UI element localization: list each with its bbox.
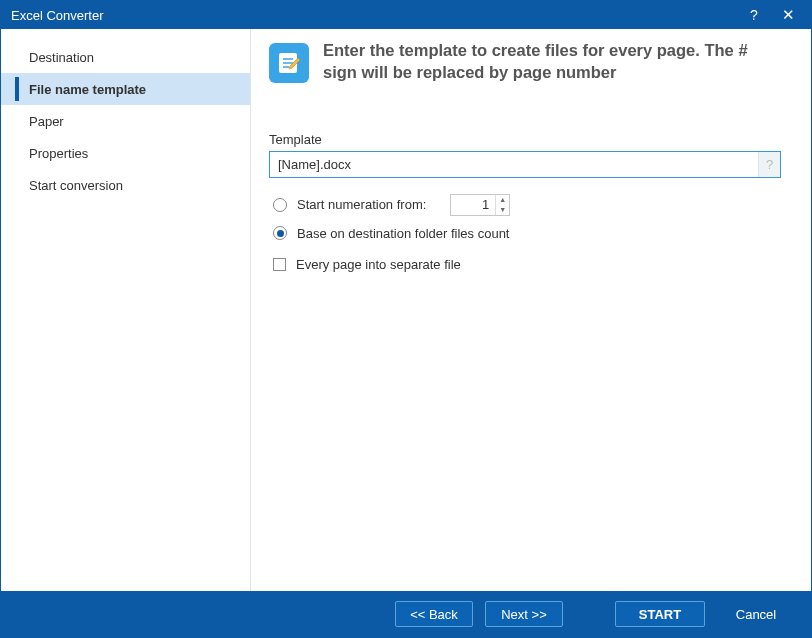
footer: << Back Next >> START Cancel <box>1 591 811 637</box>
page-heading: Enter the template to create files for e… <box>323 39 781 84</box>
question-icon: ? <box>766 157 773 172</box>
sidebar-item-label: Properties <box>29 146 88 161</box>
edit-icon <box>269 43 309 83</box>
sidebar-item-paper[interactable]: Paper <box>1 105 250 137</box>
template-hint-button[interactable]: ? <box>758 152 780 177</box>
sidebar-item-label: Paper <box>29 114 64 129</box>
button-label: << Back <box>410 607 458 622</box>
help-button[interactable]: ? <box>737 1 771 29</box>
button-label: Next >> <box>501 607 547 622</box>
next-button[interactable]: Next >> <box>485 601 563 627</box>
start-button[interactable]: START <box>615 601 705 627</box>
window: Excel Converter ? ✕ Destination File nam… <box>0 0 812 638</box>
close-icon: ✕ <box>782 6 795 24</box>
button-label: Cancel <box>736 607 776 622</box>
numeration-value: 1 <box>451 197 495 212</box>
option-base-folder[interactable]: Base on destination folder files count <box>273 226 781 241</box>
checkbox-unchecked-icon <box>273 258 286 271</box>
stepper-arrows: ▲ ▼ <box>495 195 509 215</box>
sidebar-item-start-conversion[interactable]: Start conversion <box>1 169 250 201</box>
back-button[interactable]: << Back <box>395 601 473 627</box>
option-label: Every page into separate file <box>296 257 461 272</box>
sidebar-item-label: Start conversion <box>29 178 123 193</box>
cancel-button[interactable]: Cancel <box>717 601 795 627</box>
body: Destination File name template Paper Pro… <box>1 29 811 591</box>
template-input-group: ? <box>269 151 781 178</box>
help-icon: ? <box>750 7 758 23</box>
option-label: Base on destination folder files count <box>297 226 509 241</box>
sidebar-item-properties[interactable]: Properties <box>1 137 250 169</box>
sidebar-item-file-name-template[interactable]: File name template <box>1 73 250 105</box>
chevron-up-icon[interactable]: ▲ <box>496 195 509 205</box>
template-label: Template <box>269 132 781 147</box>
option-start-numeration[interactable]: Start numeration from: 1 ▲ ▼ <box>273 194 781 216</box>
titlebar: Excel Converter ? ✕ <box>1 1 811 29</box>
radio-checked-icon <box>273 226 287 240</box>
sidebar-item-label: Destination <box>29 50 94 65</box>
sidebar: Destination File name template Paper Pro… <box>1 29 251 591</box>
close-button[interactable]: ✕ <box>771 1 805 29</box>
main-panel: Enter the template to create files for e… <box>251 29 811 591</box>
sidebar-item-label: File name template <box>29 82 146 97</box>
template-input[interactable] <box>270 152 758 177</box>
numeration-stepper[interactable]: 1 ▲ ▼ <box>450 194 510 216</box>
window-title: Excel Converter <box>11 8 737 23</box>
heading-row: Enter the template to create files for e… <box>269 39 781 84</box>
chevron-down-icon[interactable]: ▼ <box>496 205 509 215</box>
radio-unchecked-icon <box>273 198 287 212</box>
button-label: START <box>639 607 681 622</box>
option-label: Start numeration from: <box>297 197 426 212</box>
option-separate-file[interactable]: Every page into separate file <box>273 257 781 272</box>
sidebar-item-destination[interactable]: Destination <box>1 41 250 73</box>
